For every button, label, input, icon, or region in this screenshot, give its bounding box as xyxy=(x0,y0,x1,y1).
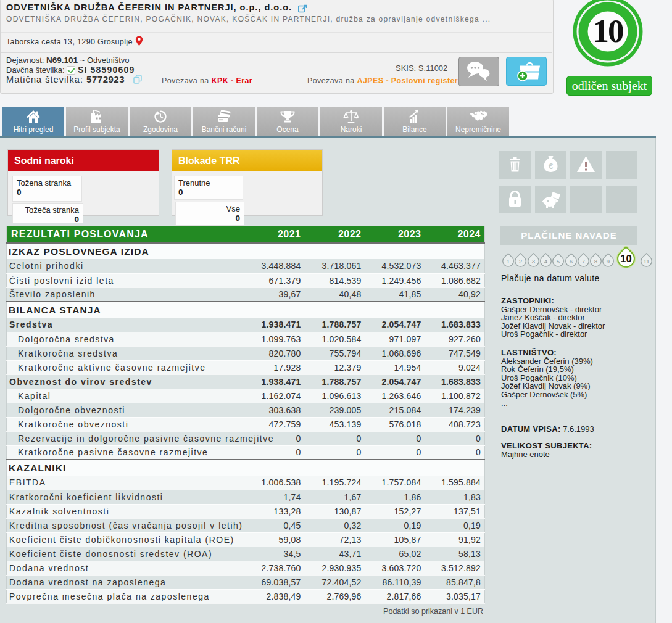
svg-text:3: 3 xyxy=(532,258,535,265)
svg-text:8: 8 xyxy=(594,258,597,265)
svg-text:10: 10 xyxy=(593,13,624,49)
svg-text:10: 10 xyxy=(620,253,631,265)
svg-text:11: 11 xyxy=(644,258,650,265)
svg-text:7: 7 xyxy=(582,258,585,265)
svg-text:1: 1 xyxy=(507,258,510,265)
svg-text:5: 5 xyxy=(557,258,560,265)
svg-text:6: 6 xyxy=(570,258,573,265)
svg-text:€: € xyxy=(549,162,553,171)
svg-text:4: 4 xyxy=(544,258,548,265)
svg-text:2: 2 xyxy=(519,258,522,265)
svg-text:9: 9 xyxy=(607,258,610,265)
